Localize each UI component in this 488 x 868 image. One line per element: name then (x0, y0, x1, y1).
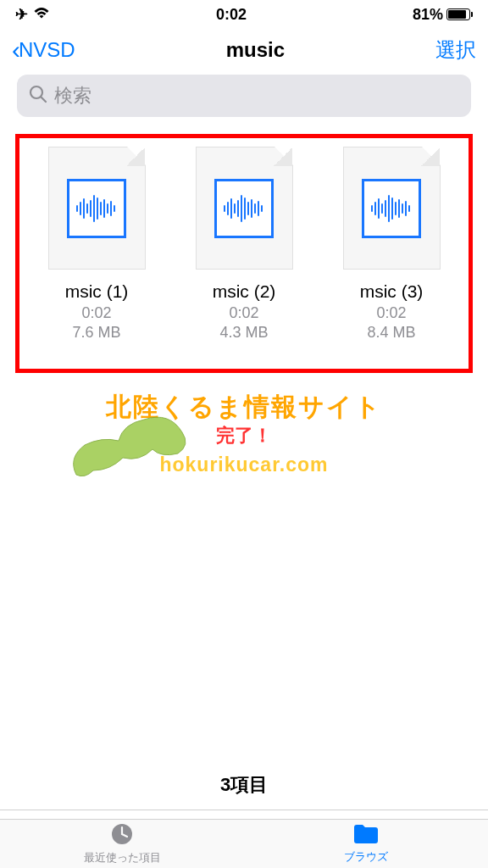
search-input[interactable]: 検索 (17, 75, 471, 117)
clock-icon (110, 822, 134, 849)
status-time: 0:02 (216, 6, 247, 24)
file-thumbnail (196, 147, 293, 270)
page-title: music (226, 38, 285, 62)
tab-browse[interactable]: ブラウズ (244, 820, 488, 868)
search-icon (29, 85, 47, 107)
highlight-annotation: msic (1) 0:02 7.6 MB msic (2) 0:02 4.3 M… (15, 134, 473, 373)
svg-line-1 (41, 97, 46, 102)
tab-label: 最近使った項目 (84, 850, 161, 865)
watermark-shape-icon (59, 398, 212, 500)
tab-label: ブラウズ (344, 849, 388, 865)
file-item[interactable]: msic (3) 0:02 8.4 MB (321, 147, 462, 343)
battery-percent: 81% (413, 6, 443, 24)
audio-icon (67, 179, 126, 238)
file-name: msic (2) (213, 281, 276, 302)
search-placeholder: 検索 (54, 83, 92, 108)
watermark-text1: 北陸くるま情報サイト (34, 390, 454, 425)
file-meta: 0:02 8.4 MB (367, 303, 415, 343)
audio-icon (214, 179, 274, 238)
watermark-text2: hokurikucar.com (34, 453, 454, 476)
folder-icon (352, 823, 380, 848)
file-name: msic (1) (65, 281, 129, 302)
file-meta: 0:02 4.3 MB (219, 303, 268, 343)
wifi-icon (33, 6, 50, 24)
back-label: NVSD (19, 38, 75, 62)
file-item[interactable]: msic (1) 0:02 7.6 MB (26, 147, 167, 343)
file-thumbnail (343, 147, 441, 270)
audio-icon (362, 179, 421, 238)
airplane-mode-icon: ✈ (15, 5, 28, 24)
file-meta: 0:02 7.6 MB (72, 303, 120, 343)
status-bar: ✈ 0:02 81% (0, 0, 488, 29)
watermark: 北陸くるま情報サイト 完了！ hokurikucar.com (34, 390, 454, 476)
file-item[interactable]: msic (2) 0:02 4.3 MB (174, 147, 314, 343)
file-name: msic (3) (360, 281, 424, 302)
file-thumbnail (48, 147, 146, 270)
nav-bar: ‹ NVSD music 選択 (0, 29, 488, 75)
watermark-done: 完了！ (34, 423, 454, 448)
back-button[interactable]: ‹ NVSD (12, 36, 75, 64)
item-count: 3項目 (0, 772, 488, 810)
select-button[interactable]: 選択 (435, 36, 476, 64)
battery-icon (446, 8, 473, 20)
tab-bar: 最近使った項目 ブラウズ (0, 819, 488, 868)
tab-recent[interactable]: 最近使った項目 (0, 820, 244, 868)
